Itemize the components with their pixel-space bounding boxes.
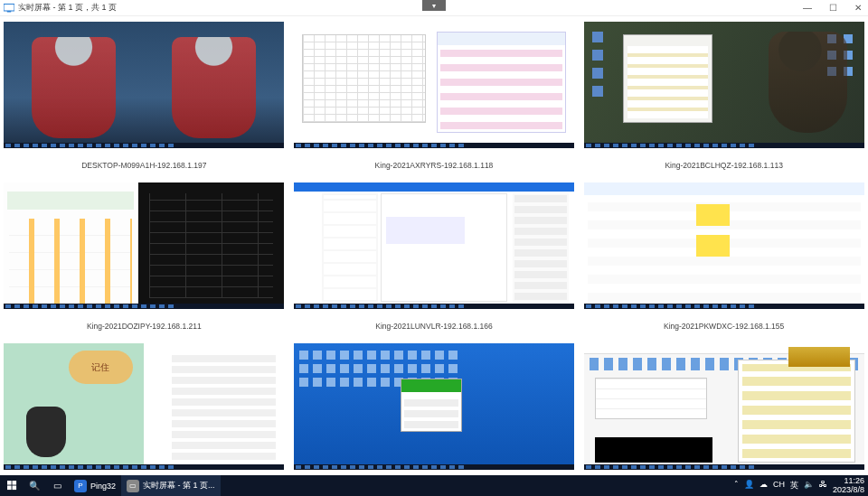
monitor-icon: ▭	[127, 480, 139, 492]
thumbnail[interactable]	[294, 22, 574, 148]
ime-icon[interactable]: CH	[773, 480, 785, 491]
tile-label: King-2021AXRYRS-192.168.1.118	[375, 161, 494, 170]
thumbnail-grid-wrap: DESKTOP-M099A1H-192.168.1.197 King-2021A…	[0, 16, 868, 496]
tile-label: King-2021LUNVLR-192.168.1.166	[375, 322, 492, 331]
minimize-button[interactable]: —	[801, 3, 814, 13]
svg-rect-0	[4, 4, 14, 11]
screen-tile[interactable]: King-2021BCLHQZ-192.168.1.113	[581, 22, 866, 177]
window-controls: — ☐ ✕	[801, 3, 864, 13]
taskbar-app[interactable]: P Ping32	[69, 475, 121, 496]
screen-tile[interactable]: King-2021YMRYNQ-192.168.1.17	[2, 343, 287, 496]
app-label: 实时屏幕 - 第 1 页...	[143, 480, 215, 491]
taskbar-left: 🔍 ▭ P Ping32 ▭ 实时屏幕 - 第 1 页...	[0, 475, 221, 496]
thumbnail[interactable]	[294, 343, 574, 470]
taskbar-app[interactable]: ▭ 实时屏幕 - 第 1 页...	[121, 475, 221, 496]
window-title: 实时屏幕 - 第 1 页，共 1 页	[18, 2, 117, 14]
maximize-button[interactable]: ☐	[826, 3, 839, 13]
thumbnail[interactable]	[4, 343, 284, 470]
screen-tile[interactable]: QH-20221202RXVX-192.168.1.14	[581, 343, 866, 496]
thumbnail[interactable]	[584, 343, 864, 470]
tile-label: King-2021BCLHQZ-192.168.1.113	[665, 161, 782, 170]
screen-tile[interactable]: MS-SXFHKINKFWUJ-192.168.1.3	[292, 343, 577, 496]
thumbnail[interactable]	[4, 22, 284, 148]
network-icon[interactable]: 🖧	[819, 480, 827, 491]
monitor-icon	[4, 4, 14, 13]
thumbnail[interactable]	[4, 182, 284, 309]
start-button[interactable]	[0, 475, 24, 496]
tile-label: King-2021DOZIPY-192.168.1.211	[87, 322, 202, 331]
tile-label: DESKTOP-M099A1H-192.168.1.197	[81, 161, 206, 170]
app-icon: P	[74, 480, 87, 492]
svg-rect-4	[7, 486, 12, 491]
clock-date: 2023/8/8	[833, 486, 864, 495]
taskbar-right: ˄ 👤 ☁ CH 英 🔈 🖧 11:26 2023/8/8	[734, 475, 868, 496]
taskbar-clock[interactable]: 11:26 2023/8/8	[833, 477, 864, 495]
svg-rect-2	[7, 481, 12, 485]
screen-tile[interactable]: King-2021AXRYRS-192.168.1.118	[292, 22, 577, 177]
onedrive-icon[interactable]: ☁	[760, 480, 768, 491]
people-icon[interactable]: 👤	[744, 480, 754, 491]
screen-tile[interactable]: King-2021LUNVLR-192.168.1.166	[292, 182, 577, 338]
screen-tile[interactable]: King-2021PKWDXC-192.168.1.155	[581, 182, 866, 338]
sound-icon[interactable]: 🔈	[804, 480, 814, 491]
system-tray: ˄ 👤 ☁ CH 英 🔈 🖧	[734, 480, 827, 491]
svg-rect-1	[7, 11, 12, 13]
screen-tile[interactable]: King-2021DOZIPY-192.168.1.211	[2, 182, 287, 338]
collapse-toggle[interactable]: ▾	[422, 0, 446, 11]
screen-tile[interactable]: DESKTOP-M099A1H-192.168.1.197	[2, 22, 287, 177]
search-icon[interactable]: 🔍	[24, 475, 45, 496]
thumbnail[interactable]	[584, 182, 864, 309]
close-button[interactable]: ✕	[852, 3, 864, 13]
thumbnail-grid: DESKTOP-M099A1H-192.168.1.197 King-2021A…	[2, 22, 866, 496]
tray-overflow-icon[interactable]: ˄	[734, 480, 739, 491]
svg-rect-3	[12, 481, 16, 485]
task-view-icon[interactable]: ▭	[45, 475, 69, 496]
thumbnail[interactable]	[584, 22, 864, 148]
svg-rect-5	[12, 486, 16, 491]
ime-mode-icon[interactable]: 英	[790, 480, 798, 491]
app-label: Ping32	[90, 482, 116, 491]
tile-label: King-2021PKWDXC-192.168.1.155	[664, 322, 784, 331]
taskbar: 🔍 ▭ P Ping32 ▭ 实时屏幕 - 第 1 页... ˄ 👤 ☁ CH …	[0, 475, 868, 496]
thumbnail[interactable]	[294, 182, 574, 309]
